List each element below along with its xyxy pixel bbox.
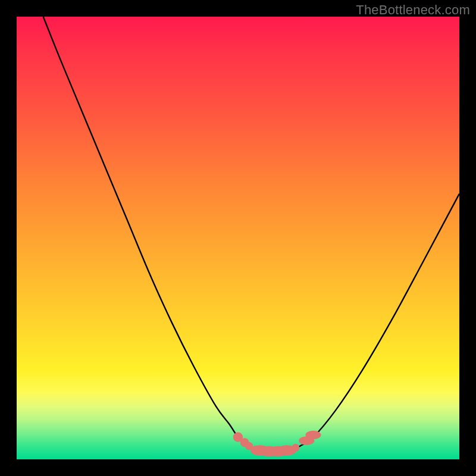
curve-group [43,17,459,452]
plot-area [17,17,459,459]
markers-group [233,431,321,457]
bottleneck-curve [43,17,459,452]
curve-marker [292,444,299,452]
chart-frame: TheBottleneck.com [0,0,476,476]
curve-marker [305,431,321,440]
curve-svg [17,17,459,459]
watermark-text: TheBottleneck.com [356,2,470,18]
